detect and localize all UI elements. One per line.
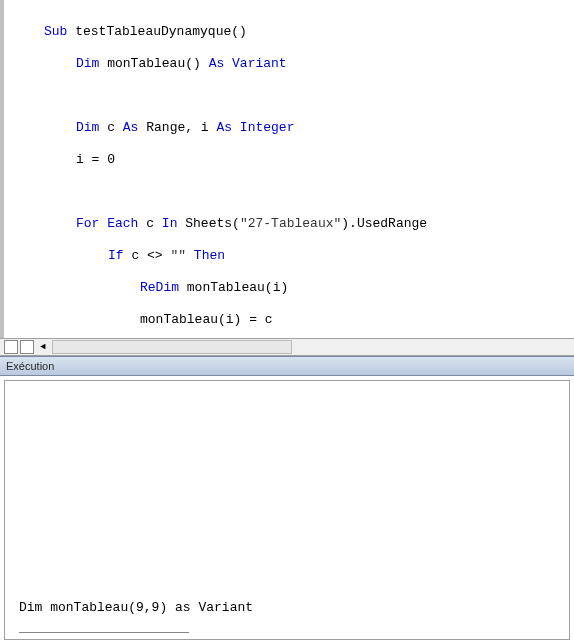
keyword: If (108, 248, 124, 263)
code-line: Dim c As Range, i As Integer (4, 120, 574, 136)
keyword: Integer (240, 120, 295, 135)
code-line: monTableau(i) = c (4, 312, 574, 328)
immediate-window-title[interactable]: Exécution (0, 356, 574, 376)
code-text: ).UsedRange (341, 216, 427, 231)
keyword: Dim (76, 120, 99, 135)
keyword: As (123, 120, 139, 135)
code-line: i = 0 (4, 152, 574, 168)
immediate-input-text[interactable]: Dim monTableau(9,9) as Variant (19, 600, 253, 615)
keyword: ReDim (140, 280, 179, 295)
keyword: Each (107, 216, 138, 231)
code-text: c (99, 120, 122, 135)
keyword: As (209, 56, 225, 71)
code-text: monTableau(i) (179, 280, 288, 295)
immediate-window-label: Exécution (6, 360, 54, 372)
string-literal: "" (170, 248, 186, 263)
code-editor-pane[interactable]: Sub testTableauDynamyque() Dim monTablea… (0, 0, 574, 338)
code-text (224, 56, 232, 71)
code-line: Sub testTableauDynamyque() (4, 24, 574, 40)
keyword: Dim (76, 56, 99, 71)
code-line: For Each c In Sheets("27-Tableaux").Used… (4, 216, 574, 232)
code-line-blank (4, 184, 574, 200)
code-text: monTableau() (99, 56, 208, 71)
view-procedure-icon[interactable] (4, 340, 18, 354)
scroll-left-icon[interactable]: ◄ (38, 340, 48, 354)
code-line: Dim monTableau() As Variant (4, 56, 574, 72)
keyword: Then (194, 248, 225, 263)
pane-splitter-toolbar[interactable]: ◄ (0, 338, 574, 356)
code-text (186, 248, 194, 263)
keyword: As (216, 120, 232, 135)
code-text: Sheets( (177, 216, 239, 231)
code-line-blank (4, 88, 574, 104)
string-literal: "27-Tableaux" (240, 216, 341, 231)
code-text: c (138, 216, 161, 231)
code-text: c <> (124, 248, 171, 263)
keyword: Variant (232, 56, 287, 71)
immediate-window-body[interactable]: Dim monTableau(9,9) as Variant (4, 380, 570, 640)
keyword: In (162, 216, 178, 231)
keyword: For (76, 216, 99, 231)
code-text: i = 0 (76, 152, 115, 167)
immediate-caret-rule (19, 632, 189, 633)
code-text: Range, i (138, 120, 216, 135)
code-line: ReDim monTableau(i) (4, 280, 574, 296)
code-text (232, 120, 240, 135)
code-text: monTableau(i) = c (140, 312, 273, 327)
code-text: testTableauDynamyque() (67, 24, 246, 39)
horizontal-scrollbar[interactable] (52, 340, 292, 354)
view-module-icon[interactable] (20, 340, 34, 354)
keyword: Sub (44, 24, 67, 39)
code-line: If c <> "" Then (4, 248, 574, 264)
